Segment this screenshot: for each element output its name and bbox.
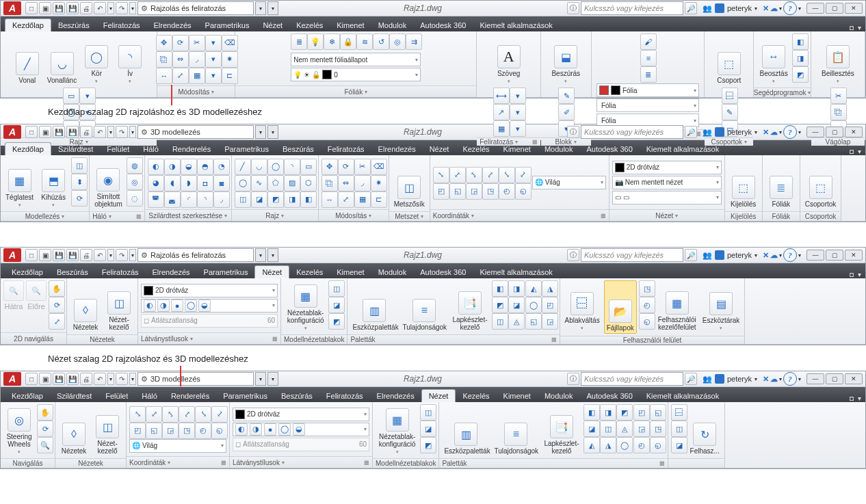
qat-open-icon[interactable]: ▣ — [39, 373, 51, 385]
workspace-dd[interactable]: ▾ — [255, 248, 266, 262]
leader-dd[interactable]: ▾ — [510, 104, 526, 120]
qat-saveas-icon[interactable]: 💾 — [66, 126, 79, 138]
sectionplane-button[interactable]: ◫Metszősík — [392, 157, 427, 209]
tab-nezet[interactable]: Nézet — [254, 265, 289, 278]
help-icon[interactable]: ? — [783, 372, 797, 386]
user-cluster[interactable]: 👥 peteryk ▾ — [703, 3, 757, 13]
util2-icon[interactable]: ◨ — [792, 50, 809, 66]
exchange-cloud-icon[interactable]: ☁ — [770, 251, 778, 260]
user-cluster[interactable]: 👥peteryk▾ — [703, 127, 757, 137]
steering-button[interactable]: ◎Steering Wheels▾ — [3, 404, 35, 456]
select-button[interactable]: ⬚Kijelölés — [728, 157, 759, 209]
pp10-icon[interactable]: ◰ — [633, 404, 650, 421]
d14-icon[interactable]: ◨ — [284, 191, 300, 208]
se5-icon[interactable]: ◔ — [213, 159, 230, 175]
qat-open-icon[interactable]: ▣ — [39, 126, 51, 138]
circle-button[interactable]: ◯Kör▾ — [81, 34, 112, 85]
p12-icon[interactable]: ◲ — [542, 313, 558, 330]
d8-icon[interactable]: ⬠ — [267, 175, 284, 191]
qat-saveas-icon[interactable]: 💾 — [66, 2, 79, 14]
vp1-icon[interactable]: ◫ — [328, 280, 345, 297]
qat-redo-icon[interactable]: ↷ — [116, 2, 128, 14]
tab-elrendezes[interactable]: Elrendezés — [371, 143, 423, 155]
layer-iso-icon[interactable]: ◎ — [389, 34, 406, 50]
ui-a-icon[interactable]: ⿱ — [671, 404, 687, 421]
qat-plot-icon[interactable]: 🖨 — [80, 249, 92, 261]
mesh1-icon[interactable]: ◍ — [127, 157, 143, 174]
tab-feliratozas[interactable]: Feliratozás — [96, 19, 147, 31]
tab-beszuras[interactable]: Beszúrás — [50, 266, 95, 278]
ucs9-icon[interactable]: ◲ — [466, 183, 482, 200]
d2-icon[interactable]: ◡ — [251, 159, 267, 175]
visualstyle-combo[interactable]: 2D drótváz▾ — [612, 161, 722, 174]
ucs7-icon[interactable]: ◰ — [433, 183, 449, 200]
viewdir-combo[interactable]: ▭▭▾ — [612, 191, 722, 204]
d5-icon[interactable]: ▭ — [300, 159, 317, 175]
vp3-icon[interactable]: ◩ — [420, 437, 436, 453]
d15-icon[interactable]: ◧ — [300, 191, 317, 208]
user-cluster[interactable]: 👥peteryk▾ — [703, 250, 757, 260]
vp2-icon[interactable]: ◪ — [420, 421, 436, 437]
ui-c-icon[interactable]: ◪ — [671, 437, 687, 453]
tab-autodesk360[interactable]: Autodesk 360 — [579, 143, 639, 155]
se13-icon[interactable]: ◜ — [181, 191, 197, 208]
qat-customize-dd[interactable]: ▾ — [267, 248, 278, 262]
create-block-icon[interactable]: ✎ — [558, 88, 575, 104]
views-button[interactable]: ◊Nézetek — [58, 404, 90, 456]
bylayer-icon[interactable]: ≡ — [640, 50, 657, 66]
trim-icon[interactable]: ✂ — [189, 35, 205, 51]
p11-icon[interactable]: ◱ — [525, 313, 542, 330]
tab-kezeles[interactable]: Kezelés — [289, 19, 330, 31]
lineweight-combo[interactable]: Fólia▾ — [596, 98, 699, 112]
pp2-icon[interactable]: ◨ — [600, 404, 616, 421]
pp5-icon[interactable]: ◫ — [600, 421, 616, 437]
se7-icon[interactable]: ◖ — [164, 175, 181, 191]
workspace-combo[interactable]: ⚙3D modellezés — [137, 125, 254, 139]
revolve-icon[interactable]: ⟳ — [71, 190, 88, 207]
tab-halo[interactable]: Háló — [136, 143, 166, 155]
pp9-icon[interactable]: ◯ — [616, 437, 633, 453]
qat-customize-dd[interactable]: ▾ — [267, 372, 278, 386]
window-close[interactable]: ✕ — [845, 373, 863, 384]
c2-icon[interactable]: ⤢ — [146, 406, 162, 423]
layer-prev-icon[interactable]: ↺ — [373, 34, 389, 50]
qat-undo-dd[interactable]: ▾ — [107, 249, 114, 261]
visualstyle-combo[interactable]: 2D drótváz▾ — [141, 284, 278, 297]
tab-kezdolap[interactable]: Kezdőlap — [5, 266, 50, 278]
m9-icon[interactable]: ↔ — [322, 191, 338, 208]
exchange-x-icon[interactable]: ✕ — [763, 251, 769, 260]
pp12-icon[interactable]: ◲ — [633, 421, 650, 437]
app-menu-icon[interactable]: A — [3, 1, 21, 15]
search-go-icon[interactable]: 🔎 — [685, 2, 697, 14]
tab-feliratozas[interactable]: Feliratozás — [321, 143, 371, 155]
qat-undo-dd[interactable]: ▾ — [107, 126, 114, 138]
vpconfig-button[interactable]: ▦Nézetablak- konfiguráció▾ — [285, 280, 326, 332]
insert-button[interactable]: ⬓Beszúrás▾ — [549, 34, 582, 85]
viewmgr-button[interactable]: ◫Nézet- kezelő — [92, 404, 123, 456]
qat-redo-icon[interactable]: ↷ — [116, 126, 128, 138]
arc-button[interactable]: ◝Ív▾ — [114, 34, 146, 85]
ui-b-icon[interactable]: ◫ — [671, 421, 687, 437]
tab-beszuras[interactable]: Beszúrás — [276, 143, 321, 155]
window-maximize[interactable]: ▢ — [826, 250, 843, 261]
c1-icon[interactable]: ⤡ — [129, 406, 146, 423]
edit-block-icon[interactable]: ✐ — [558, 104, 575, 120]
d12-icon[interactable]: ◪ — [251, 191, 267, 208]
tab-elrendezes[interactable]: Elrendezés — [370, 390, 421, 402]
user-cluster[interactable]: 👥peteryk▾ — [703, 374, 757, 384]
mesh2-icon[interactable]: ◎ — [127, 174, 143, 190]
tab-kimenet[interactable]: Kimenet — [497, 390, 538, 402]
c10-icon[interactable]: ◳ — [179, 423, 195, 439]
color-combo[interactable]: Fólia▾ — [596, 83, 699, 97]
vp2-icon[interactable]: ◪ — [328, 297, 345, 313]
d7-icon[interactable]: ∿ — [251, 175, 267, 191]
tab-min-icon[interactable]: ▾ — [858, 271, 861, 278]
p10-icon[interactable]: ◰ — [542, 297, 558, 313]
qat-new-icon[interactable]: □ — [25, 249, 38, 261]
dim-linear-icon[interactable]: ⟷ — [493, 88, 510, 104]
qat-plot-icon[interactable]: 🖨 — [80, 126, 92, 138]
layer-combo[interactable]: 💡☀🔓0▾ — [291, 68, 421, 81]
zoom-icon[interactable]: 🔍 — [37, 437, 53, 453]
m6-icon[interactable]: ⇔ — [338, 175, 354, 191]
pp7-icon[interactable]: ◭ — [583, 437, 600, 453]
